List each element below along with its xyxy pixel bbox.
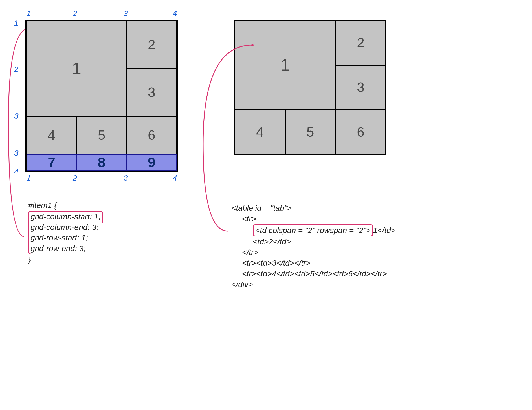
row-line-2: 2 xyxy=(14,65,19,74)
comparison-figure: 1 2 3 4 1 2 3 3 4 1 2 3 4 #item1 1 2 3 4… xyxy=(8,8,524,290)
col-line-1-top: 1 xyxy=(27,9,31,18)
col-line-2-bot: 2 xyxy=(73,174,77,183)
html-line-8: </div> xyxy=(231,279,449,290)
col-line-3-bot: 3 xyxy=(124,174,128,183)
html-line-6: <tr><td>3</td></tr> xyxy=(231,258,449,269)
col-line-1-bot: 1 xyxy=(27,174,31,183)
html-line-2: <tr> xyxy=(231,214,449,224)
html-td-span-highlight: <td colspan = "2" rowspan = "2"> xyxy=(253,224,373,237)
col-line-4-bot: 4 xyxy=(173,174,177,183)
grid-cell-6: 6 xyxy=(127,116,177,154)
grid-cell-7: 7 xyxy=(27,154,76,171)
html-table: 1 2 3 4 5 6 xyxy=(234,20,386,155)
table-cell-6: 6 xyxy=(335,110,386,154)
grid-cell-2: 2 xyxy=(127,21,177,68)
col-line-2-top: 2 xyxy=(73,9,77,18)
row-line-1: 1 xyxy=(14,19,19,28)
col-line-4-top: 4 xyxy=(173,9,177,18)
html-line-4: <td>2</td> xyxy=(231,236,449,247)
grid-cell-8: 8 xyxy=(76,154,126,171)
css-rule-highlight: grid-column-start: 1; grid-column-end: 3… xyxy=(28,211,103,254)
css-selector: #item1 { xyxy=(28,201,57,210)
css-rule-4: grid-row-end: 3; xyxy=(30,244,86,253)
table-cell-5: 5 xyxy=(285,110,336,154)
html-code-block: <table id = "tab"> <tr> <td colspan = "2… xyxy=(231,203,449,290)
grid-wrap: 1 2 3 4 1 2 3 3 4 1 2 3 4 #item1 1 2 3 4… xyxy=(8,8,200,183)
table-wrap: 1 2 3 4 5 6 xyxy=(234,8,449,155)
table-cell-3: 3 xyxy=(335,65,386,110)
row-line-3-repeat: 3 xyxy=(14,149,19,158)
grid-cell-9: 9 xyxy=(127,154,177,171)
css-rule-2: grid-column-end: 3; xyxy=(30,223,98,232)
css-grid: 1 2 3 4 5 6 7 8 9 xyxy=(25,20,178,172)
grid-cell-4: 4 xyxy=(27,116,76,154)
html-line-1: <table id = "tab"> xyxy=(231,203,449,214)
grid-cell-5: 5 xyxy=(76,116,126,154)
css-rule-1: grid-column-start: 1; xyxy=(30,212,101,221)
html-line-3: <td colspan = "2" rowspan = "2">1</td> xyxy=(231,224,449,237)
table-cell-2: 2 xyxy=(335,20,386,65)
grid-cell-1: 1 xyxy=(27,21,127,116)
col-line-3-top: 3 xyxy=(124,9,128,18)
table-cell-1: 1 xyxy=(235,20,335,110)
html-td-span-tail: 1</td> xyxy=(373,226,395,235)
row-line-3: 3 xyxy=(14,112,19,121)
css-grid-panel: 1 2 3 4 1 2 3 3 4 1 2 3 4 #item1 1 2 3 4… xyxy=(8,8,200,265)
css-code-block: #item1 { grid-column-start: 1; grid-colu… xyxy=(28,200,200,265)
html-line-7: <tr><td>4</td><td>5</td><td>6</td></tr> xyxy=(231,269,449,279)
css-close-brace: } xyxy=(28,255,31,264)
table-cell-4: 4 xyxy=(235,110,285,154)
css-rule-3: grid-row-start: 1; xyxy=(30,233,88,242)
html-line-5: </tr> xyxy=(231,247,449,258)
grid-cell-3: 3 xyxy=(127,68,177,116)
html-table-panel: 1 2 3 4 5 6 <table id = "tab"> <tr> <td … xyxy=(234,8,449,290)
row-line-4: 4 xyxy=(14,167,19,176)
